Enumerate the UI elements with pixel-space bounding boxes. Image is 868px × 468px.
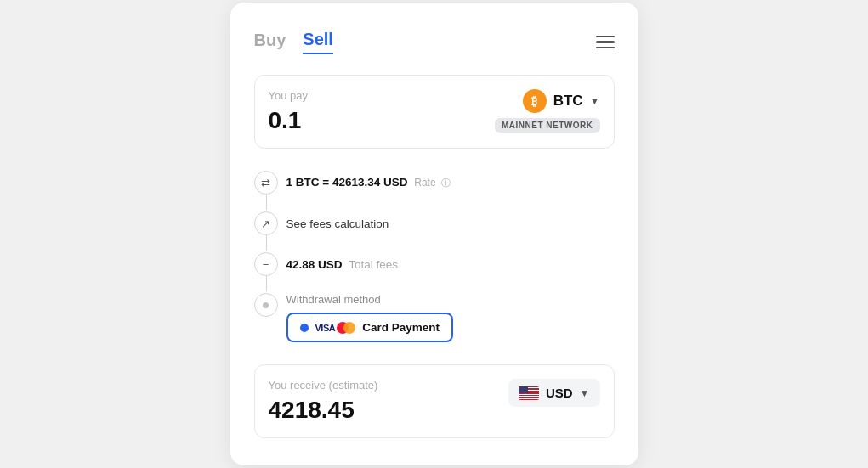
network-badge: MAINNET NETWORK [495,118,600,133]
currency-button[interactable]: ₿ BTC ▼ [523,89,600,113]
visa-icon: VISA [315,323,336,333]
main-card: Buy Sell You pay 0.1 ₿ BTC ▼ MAINNET NET… [230,3,638,465]
withdrawal-row: Withdrawal method VISA Card Payment [254,285,615,351]
fees-link[interactable]: See fees calculation [286,217,389,230]
rate-row: ⇄ 1 BTC = 42613.34 USD Rate ⓘ [254,162,615,203]
usd-chevron-down-icon: ▼ [580,387,590,399]
card-payment-label: Card Payment [362,321,440,334]
pay-amount[interactable]: 0.1 [269,107,309,134]
rate-label: Rate ⓘ [414,177,451,189]
pay-left: You pay 0.1 [269,89,309,134]
fees-link-icon: ↗ [254,211,278,235]
visa-mc-icons: VISA [315,322,356,334]
pay-label: You pay [269,89,309,102]
pay-box: You pay 0.1 ₿ BTC ▼ MAINNET NETWORK [254,75,615,149]
receive-label: You receive (estimate) [269,379,378,392]
total-fees-icon: − [254,252,278,276]
rate-value: 1 BTC = 42613.34 USD [286,176,408,189]
fees-link-row: ↗ See fees calculation [254,203,615,244]
withdrawal-label: Withdrawal method [286,293,453,306]
rate-icon: ⇄ [254,171,278,195]
fees-link-text[interactable]: See fees calculation [286,217,389,230]
withdrawal-dot-icon [254,293,278,317]
receive-amount: 4218.45 [269,397,378,424]
info-rows: ⇄ 1 BTC = 42613.34 USD Rate ⓘ ↗ See fees… [254,162,615,351]
card-payment-button[interactable]: VISA Card Payment [286,313,453,342]
chevron-down-icon: ▼ [590,95,600,107]
total-fees-text: 42.88 USD Total fees [286,258,399,271]
menu-button[interactable] [596,36,615,49]
header: Buy Sell [254,30,615,54]
currency-name: BTC [553,93,583,110]
us-flag-icon [519,386,539,400]
receive-left: You receive (estimate) 4218.45 [269,379,378,424]
currency-selector: ₿ BTC ▼ MAINNET NETWORK [495,89,600,133]
btc-icon: ₿ [523,89,547,113]
rate-text: 1 BTC = 42613.34 USD Rate ⓘ [286,176,451,189]
mastercard-icon [337,322,355,334]
tab-buy[interactable]: Buy [254,31,286,54]
total-fees-row: − 42.88 USD Total fees [254,244,615,285]
fees-label: Total fees [349,258,398,271]
radio-dot [300,324,309,332]
tab-sell[interactable]: Sell [303,30,333,54]
usd-currency-label: USD [546,386,573,400]
fees-value: 42.88 USD [286,258,343,271]
receive-box: You receive (estimate) 4218.45 USD ▼ [254,364,615,438]
withdrawal-content: Withdrawal method VISA Card Payment [286,293,453,342]
usd-selector-button[interactable]: USD ▼ [508,379,600,407]
tabs: Buy Sell [254,30,333,54]
